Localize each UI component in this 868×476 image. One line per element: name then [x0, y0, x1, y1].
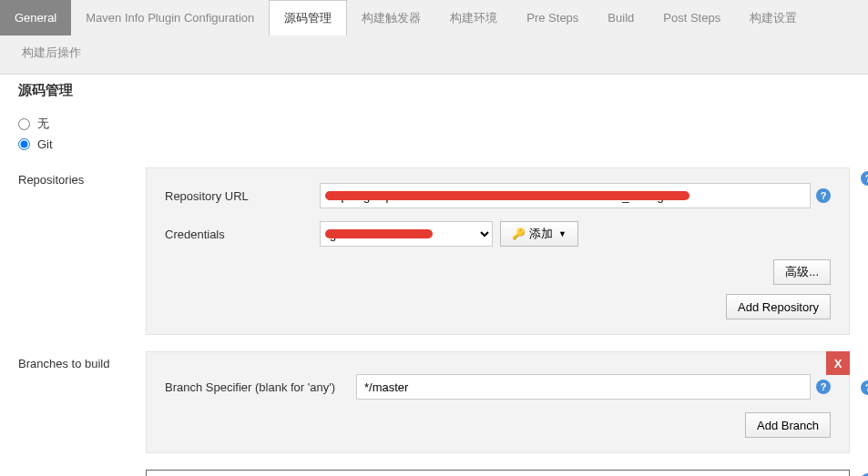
- branch-spec-input[interactable]: [356, 374, 811, 400]
- branches-panel: X Branch Specifier (blank for 'any') ? A…: [146, 351, 850, 453]
- repo-browser-select[interactable]: (自动): [146, 470, 850, 476]
- tab-row-1: General Maven Info Plugin Configuration …: [0, 0, 868, 35]
- tab-build[interactable]: Build: [593, 0, 648, 35]
- remove-branch-button[interactable]: X: [826, 351, 850, 375]
- advanced-button[interactable]: 高级...: [773, 259, 831, 285]
- credentials-select[interactable]: g/******: [320, 221, 493, 247]
- branch-spec-label: Branch Specifier (blank for 'any'): [165, 380, 356, 394]
- tab-post-build[interactable]: 构建后操作: [18, 39, 85, 66]
- add-credentials-label: 添加: [529, 226, 553, 242]
- branches-label: Branches to build: [18, 351, 146, 453]
- add-credentials-button[interactable]: 🔑 添加 ▼: [500, 221, 578, 247]
- scm-option-none[interactable]: 无: [18, 116, 850, 132]
- repo-browser-label: 源码库浏览器: [18, 470, 146, 476]
- tab-maven-info[interactable]: Maven Info Plugin Configuration: [71, 0, 269, 35]
- tab-pre-steps[interactable]: Pre Steps: [512, 0, 593, 35]
- config-tabbar: General Maven Info Plugin Configuration …: [0, 0, 868, 75]
- branch-spec-row: Branch Specifier (blank for 'any') ?: [165, 374, 831, 400]
- key-icon: 🔑: [512, 228, 526, 240]
- help-icon[interactable]: ?: [861, 171, 868, 186]
- tab-general[interactable]: General: [0, 0, 71, 35]
- help-icon[interactable]: ?: [861, 380, 868, 395]
- scm-option-git[interactable]: Git: [18, 137, 850, 151]
- repositories-label: Repositories: [18, 167, 146, 335]
- radio-git-label: Git: [37, 137, 53, 151]
- help-icon[interactable]: ?: [816, 188, 831, 203]
- tab-scm[interactable]: 源码管理: [269, 0, 347, 35]
- repositories-block: Repositories ? Repository URL ? Credenti…: [18, 167, 850, 335]
- scm-content: 无 Git Repositories ? Repository URL ? Cr…: [0, 116, 868, 476]
- repo-url-input[interactable]: [320, 183, 811, 208]
- radio-git[interactable]: [18, 138, 30, 150]
- repo-url-row: Repository URL ?: [165, 183, 831, 208]
- add-repository-button[interactable]: Add Repository: [726, 294, 831, 319]
- help-icon[interactable]: ?: [816, 380, 831, 394]
- section-title-scm: 源码管理: [0, 75, 868, 110]
- tab-row-2: 构建后操作: [0, 35, 868, 74]
- tab-build-settings[interactable]: 构建设置: [735, 0, 812, 35]
- tab-build-env[interactable]: 构建环境: [435, 0, 512, 35]
- radio-none[interactable]: [18, 118, 30, 130]
- tab-triggers[interactable]: 构建触发器: [347, 0, 435, 35]
- chevron-down-icon: ▼: [558, 229, 567, 238]
- tab-post-steps[interactable]: Post Steps: [648, 0, 735, 35]
- credentials-row: Credentials g/****** 🔑 添加 ▼: [165, 221, 831, 247]
- credentials-label: Credentials: [165, 228, 320, 241]
- radio-none-label: 无: [37, 116, 49, 132]
- repositories-panel: Repository URL ? Credentials g/******: [146, 167, 850, 335]
- repo-browser-block: 源码库浏览器 ? (自动): [18, 470, 850, 476]
- add-branch-button[interactable]: Add Branch: [745, 412, 831, 438]
- repo-url-label: Repository URL: [165, 189, 320, 203]
- branches-block: Branches to build ? X Branch Specifier (…: [18, 351, 850, 453]
